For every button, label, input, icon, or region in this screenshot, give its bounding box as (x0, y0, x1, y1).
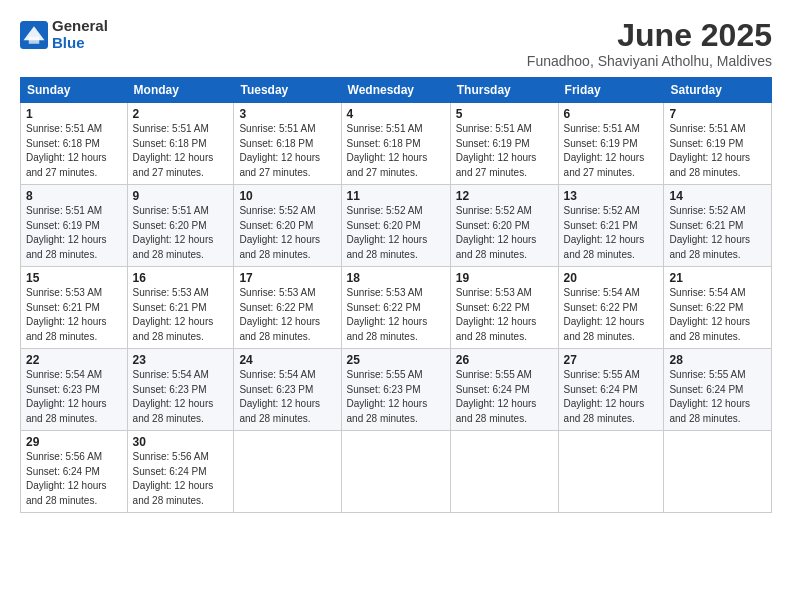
table-cell: 7Sunrise: 5:51 AMSunset: 6:19 PMDaylight… (664, 103, 772, 185)
table-cell: 27Sunrise: 5:55 AMSunset: 6:24 PMDayligh… (558, 349, 664, 431)
logo-icon (20, 21, 48, 49)
header-row: General Blue June 2025 Funadhoo, Shaviya… (20, 18, 772, 69)
week-row-3: 15Sunrise: 5:53 AMSunset: 6:21 PMDayligh… (21, 267, 772, 349)
day-info: Sunrise: 5:52 AMSunset: 6:20 PMDaylight:… (239, 204, 335, 262)
day-number: 20 (564, 271, 659, 285)
day-number: 14 (669, 189, 766, 203)
day-info: Sunrise: 5:53 AMSunset: 6:22 PMDaylight:… (456, 286, 553, 344)
day-info: Sunrise: 5:54 AMSunset: 6:23 PMDaylight:… (26, 368, 122, 426)
day-number: 17 (239, 271, 335, 285)
day-number: 13 (564, 189, 659, 203)
day-number: 19 (456, 271, 553, 285)
week-row-5: 29Sunrise: 5:56 AMSunset: 6:24 PMDayligh… (21, 431, 772, 513)
day-info: Sunrise: 5:56 AMSunset: 6:24 PMDaylight:… (26, 450, 122, 508)
table-cell: 24Sunrise: 5:54 AMSunset: 6:23 PMDayligh… (234, 349, 341, 431)
day-number: 26 (456, 353, 553, 367)
day-number: 9 (133, 189, 229, 203)
table-cell: 26Sunrise: 5:55 AMSunset: 6:24 PMDayligh… (450, 349, 558, 431)
day-number: 29 (26, 435, 122, 449)
day-info: Sunrise: 5:51 AMSunset: 6:18 PMDaylight:… (347, 122, 445, 180)
calendar-page: General Blue June 2025 Funadhoo, Shaviya… (0, 0, 792, 612)
table-cell: 5Sunrise: 5:51 AMSunset: 6:19 PMDaylight… (450, 103, 558, 185)
table-cell: 23Sunrise: 5:54 AMSunset: 6:23 PMDayligh… (127, 349, 234, 431)
table-cell: 8Sunrise: 5:51 AMSunset: 6:19 PMDaylight… (21, 185, 128, 267)
day-number: 16 (133, 271, 229, 285)
day-info: Sunrise: 5:51 AMSunset: 6:20 PMDaylight:… (133, 204, 229, 262)
week-row-1: 1Sunrise: 5:51 AMSunset: 6:18 PMDaylight… (21, 103, 772, 185)
day-info: Sunrise: 5:54 AMSunset: 6:23 PMDaylight:… (239, 368, 335, 426)
day-number: 6 (564, 107, 659, 121)
table-cell: 30Sunrise: 5:56 AMSunset: 6:24 PMDayligh… (127, 431, 234, 513)
logo-blue: Blue (52, 35, 108, 52)
day-number: 25 (347, 353, 445, 367)
day-number: 11 (347, 189, 445, 203)
day-number: 10 (239, 189, 335, 203)
week-row-4: 22Sunrise: 5:54 AMSunset: 6:23 PMDayligh… (21, 349, 772, 431)
table-cell: 6Sunrise: 5:51 AMSunset: 6:19 PMDaylight… (558, 103, 664, 185)
header-wednesday: Wednesday (341, 78, 450, 103)
table-cell: 13Sunrise: 5:52 AMSunset: 6:21 PMDayligh… (558, 185, 664, 267)
day-number: 5 (456, 107, 553, 121)
table-cell: 25Sunrise: 5:55 AMSunset: 6:23 PMDayligh… (341, 349, 450, 431)
day-info: Sunrise: 5:51 AMSunset: 6:19 PMDaylight:… (26, 204, 122, 262)
table-cell: 10Sunrise: 5:52 AMSunset: 6:20 PMDayligh… (234, 185, 341, 267)
table-cell: 3Sunrise: 5:51 AMSunset: 6:18 PMDaylight… (234, 103, 341, 185)
week-row-2: 8Sunrise: 5:51 AMSunset: 6:19 PMDaylight… (21, 185, 772, 267)
table-cell: 19Sunrise: 5:53 AMSunset: 6:22 PMDayligh… (450, 267, 558, 349)
header-friday: Friday (558, 78, 664, 103)
table-cell: 28Sunrise: 5:55 AMSunset: 6:24 PMDayligh… (664, 349, 772, 431)
day-info: Sunrise: 5:55 AMSunset: 6:24 PMDaylight:… (564, 368, 659, 426)
day-info: Sunrise: 5:54 AMSunset: 6:23 PMDaylight:… (133, 368, 229, 426)
table-cell: 14Sunrise: 5:52 AMSunset: 6:21 PMDayligh… (664, 185, 772, 267)
day-info: Sunrise: 5:54 AMSunset: 6:22 PMDaylight:… (669, 286, 766, 344)
day-info: Sunrise: 5:55 AMSunset: 6:24 PMDaylight:… (669, 368, 766, 426)
title-block: June 2025 Funadhoo, Shaviyani Atholhu, M… (527, 18, 772, 69)
day-number: 30 (133, 435, 229, 449)
table-cell: 18Sunrise: 5:53 AMSunset: 6:22 PMDayligh… (341, 267, 450, 349)
day-number: 12 (456, 189, 553, 203)
table-cell: 9Sunrise: 5:51 AMSunset: 6:20 PMDaylight… (127, 185, 234, 267)
table-cell: 21Sunrise: 5:54 AMSunset: 6:22 PMDayligh… (664, 267, 772, 349)
day-info: Sunrise: 5:51 AMSunset: 6:19 PMDaylight:… (456, 122, 553, 180)
header-monday: Monday (127, 78, 234, 103)
day-info: Sunrise: 5:54 AMSunset: 6:22 PMDaylight:… (564, 286, 659, 344)
table-cell (234, 431, 341, 513)
day-info: Sunrise: 5:56 AMSunset: 6:24 PMDaylight:… (133, 450, 229, 508)
table-cell: 12Sunrise: 5:52 AMSunset: 6:20 PMDayligh… (450, 185, 558, 267)
table-cell (558, 431, 664, 513)
subtitle: Funadhoo, Shaviyani Atholhu, Maldives (527, 53, 772, 69)
table-cell: 4Sunrise: 5:51 AMSunset: 6:18 PMDaylight… (341, 103, 450, 185)
header-thursday: Thursday (450, 78, 558, 103)
day-number: 27 (564, 353, 659, 367)
header-saturday: Saturday (664, 78, 772, 103)
table-cell: 16Sunrise: 5:53 AMSunset: 6:21 PMDayligh… (127, 267, 234, 349)
day-info: Sunrise: 5:53 AMSunset: 6:21 PMDaylight:… (26, 286, 122, 344)
table-cell: 15Sunrise: 5:53 AMSunset: 6:21 PMDayligh… (21, 267, 128, 349)
day-info: Sunrise: 5:52 AMSunset: 6:20 PMDaylight:… (347, 204, 445, 262)
day-info: Sunrise: 5:53 AMSunset: 6:21 PMDaylight:… (133, 286, 229, 344)
table-cell (341, 431, 450, 513)
day-number: 8 (26, 189, 122, 203)
day-number: 4 (347, 107, 445, 121)
day-info: Sunrise: 5:52 AMSunset: 6:21 PMDaylight:… (669, 204, 766, 262)
day-number: 3 (239, 107, 335, 121)
table-cell (664, 431, 772, 513)
day-info: Sunrise: 5:52 AMSunset: 6:21 PMDaylight:… (564, 204, 659, 262)
header-row-days: Sunday Monday Tuesday Wednesday Thursday… (21, 78, 772, 103)
day-info: Sunrise: 5:51 AMSunset: 6:18 PMDaylight:… (133, 122, 229, 180)
table-cell: 20Sunrise: 5:54 AMSunset: 6:22 PMDayligh… (558, 267, 664, 349)
day-number: 21 (669, 271, 766, 285)
svg-rect-2 (29, 36, 40, 43)
table-cell: 11Sunrise: 5:52 AMSunset: 6:20 PMDayligh… (341, 185, 450, 267)
day-info: Sunrise: 5:52 AMSunset: 6:20 PMDaylight:… (456, 204, 553, 262)
header-sunday: Sunday (21, 78, 128, 103)
day-info: Sunrise: 5:51 AMSunset: 6:18 PMDaylight:… (26, 122, 122, 180)
day-info: Sunrise: 5:51 AMSunset: 6:18 PMDaylight:… (239, 122, 335, 180)
day-number: 15 (26, 271, 122, 285)
day-number: 2 (133, 107, 229, 121)
day-info: Sunrise: 5:53 AMSunset: 6:22 PMDaylight:… (347, 286, 445, 344)
day-number: 1 (26, 107, 122, 121)
day-info: Sunrise: 5:55 AMSunset: 6:23 PMDaylight:… (347, 368, 445, 426)
logo: General Blue (20, 18, 108, 51)
table-cell: 1Sunrise: 5:51 AMSunset: 6:18 PMDaylight… (21, 103, 128, 185)
